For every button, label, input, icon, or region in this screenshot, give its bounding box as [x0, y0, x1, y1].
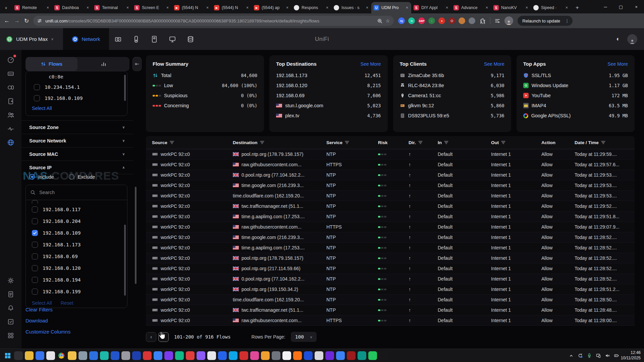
column-header-source[interactable]: Source — [146, 140, 227, 145]
tab-close-icon[interactable]: × — [565, 5, 569, 10]
checkbox[interactable] — [32, 206, 38, 213]
iq-extension-icon[interactable]: IQ — [398, 17, 405, 24]
taskbar-app-icon[interactable] — [379, 351, 388, 360]
taskbar-app-icon[interactable] — [46, 351, 55, 360]
source-ip-option[interactable]: 192.168.0.204 — [26, 215, 127, 227]
grammarly-extension-icon[interactable]: G — [408, 17, 415, 24]
download-link[interactable]: Download — [25, 318, 126, 323]
browser-tab[interactable]: STerminal× — [92, 2, 132, 13]
source-ip-option[interactable]: 192.168.0.69 — [26, 250, 127, 262]
filter-icon[interactable] — [170, 141, 174, 144]
filter-icon[interactable] — [601, 141, 605, 144]
taskbar-app-icon[interactable] — [250, 351, 259, 360]
filter-icon[interactable] — [345, 141, 349, 144]
adblock-plus-extension-icon[interactable]: ABP — [418, 17, 425, 24]
access-icon[interactable] — [145, 28, 163, 50]
browser-tab[interactable]: SAdvance× — [451, 2, 491, 13]
see-more-link[interactable]: See More — [361, 61, 381, 67]
panel-scrollbar[interactable] — [135, 187, 137, 284]
system-log-icon[interactable] — [6, 290, 15, 299]
search-input[interactable] — [39, 189, 122, 195]
taskbar-app-icon[interactable] — [207, 351, 216, 360]
recorder-extension-icon[interactable]: ● — [438, 17, 445, 24]
taskbar-app-icon[interactable] — [272, 351, 280, 360]
tab-close-icon[interactable]: × — [126, 5, 129, 10]
hidden-icons-chevron-icon[interactable] — [569, 353, 574, 358]
list-item-partial[interactable]: c0:8e — [26, 72, 127, 81]
browser-tab[interactable]: UUDM Pro× — [371, 2, 411, 13]
table-row[interactable]: workPC 92:c0twc.trafficmanager.net (51.1… — [146, 201, 635, 212]
checkbox[interactable] — [32, 253, 38, 259]
filter-icon[interactable] — [260, 141, 264, 144]
list-scrollbar[interactable] — [124, 75, 126, 101]
tab-close-icon[interactable]: × — [525, 5, 529, 10]
table-row[interactable]: workPC 92:c0raw.githubusercontent.com...… — [146, 315, 635, 326]
apps-grid-icon[interactable] — [6, 331, 15, 340]
battery-icon[interactable] — [614, 353, 619, 358]
source-ip-option[interactable]: 192.168.1.173 — [26, 239, 127, 250]
browser-tab[interactable]: ▶(5544) ap× — [252, 2, 291, 13]
taskbar-app-icon[interactable] — [315, 351, 323, 360]
taskbar-app-icon[interactable] — [218, 351, 227, 360]
tab-close-icon[interactable]: × — [485, 5, 489, 10]
table-row[interactable]: workPC 92:c00.pool.ntp.org (77.104.162.2… — [146, 170, 635, 180]
source-ip-option[interactable]: 192.168.0.120 — [26, 262, 127, 274]
checkbox[interactable] — [32, 230, 38, 236]
checkbox[interactable] — [32, 242, 38, 248]
tab-close-icon[interactable]: × — [166, 5, 169, 10]
column-header-risk[interactable]: Risk — [372, 140, 402, 145]
taskbar-app-icon[interactable] — [121, 351, 130, 360]
taskbar-app-icon[interactable] — [304, 351, 313, 360]
console-selector[interactable]: UDM Pro Max ∨ — [6, 36, 54, 43]
taskbar-app-icon[interactable] — [229, 351, 237, 360]
taskbar-app-icon[interactable] — [358, 351, 366, 360]
updates-icon[interactable] — [6, 317, 15, 326]
customize-columns-link[interactable]: Customize Columns — [25, 329, 126, 335]
select-all-link[interactable]: Select All — [32, 300, 52, 306]
statistics-icon[interactable] — [6, 124, 15, 133]
clients-icon[interactable] — [6, 110, 15, 120]
talk-icon[interactable] — [127, 28, 145, 50]
extensions-puzzle-icon[interactable] — [480, 18, 486, 24]
ports-icon[interactable] — [6, 69, 15, 78]
tab-close-icon[interactable]: × — [206, 5, 209, 10]
connect-icon[interactable] — [163, 28, 181, 50]
tab-close-icon[interactable]: × — [365, 5, 369, 10]
tab-close-icon[interactable]: × — [246, 5, 249, 10]
table-row[interactable]: workPC 92:c00.pool.ntp.org (77.104.162.2… — [146, 274, 635, 284]
table-row[interactable]: workPC 92:c0raw.githubusercontent.com...… — [146, 222, 635, 232]
filter-list-item[interactable]: 10.234.154.1 — [26, 81, 127, 93]
tab-search-button[interactable]: ∨ — [0, 2, 12, 13]
filter-icon[interactable] — [418, 141, 423, 144]
taskbar-app-icon[interactable] — [143, 351, 152, 360]
table-row[interactable]: workPC 92:c0time.google.com (216.239.3..… — [146, 180, 635, 191]
notifications-bell-icon[interactable] — [6, 303, 15, 313]
browser-tab[interactable]: SRemote× — [12, 2, 52, 13]
browser-menu-icon[interactable]: ⋮ — [564, 18, 571, 23]
zoom-icon[interactable] — [377, 18, 382, 23]
taskbar-app-icon[interactable] — [36, 351, 44, 360]
tab-chart-view[interactable] — [77, 57, 129, 71]
checkbox[interactable] — [34, 84, 40, 90]
source-ip-option[interactable]: 192.168.0.109 — [26, 227, 127, 239]
checkbox[interactable] — [32, 277, 38, 283]
downloader-extension-icon[interactable]: ↓ — [428, 17, 435, 24]
theme-toggle-icon[interactable]: ◐ — [616, 36, 620, 43]
filter-section-source-mac[interactable]: Source MAC∨ — [21, 147, 133, 161]
taskbar-app-icon[interactable] — [368, 351, 377, 360]
taskbar-app-icon[interactable] — [100, 351, 109, 360]
exclude-radio[interactable]: Exclude — [69, 174, 95, 180]
column-header-out[interactable]: Out — [485, 140, 535, 145]
taskbar-app-icon[interactable] — [186, 351, 195, 360]
source-ip-option[interactable]: 192.168.0.194 — [26, 274, 127, 286]
checkbox[interactable] — [32, 265, 38, 271]
tab-close-icon[interactable]: × — [46, 5, 50, 10]
sync-icon[interactable] — [578, 353, 583, 358]
list-scrollbar[interactable] — [124, 225, 126, 296]
cast-icon[interactable] — [596, 353, 601, 358]
browser-tab[interactable]: SNanoKV× — [491, 2, 531, 13]
taskbar-app-icon[interactable] — [325, 351, 334, 360]
select-all-link[interactable]: Select All — [26, 104, 127, 111]
user-avatar[interactable] — [627, 34, 637, 44]
filter-section-source-network[interactable]: Source Network∨ — [21, 134, 133, 147]
